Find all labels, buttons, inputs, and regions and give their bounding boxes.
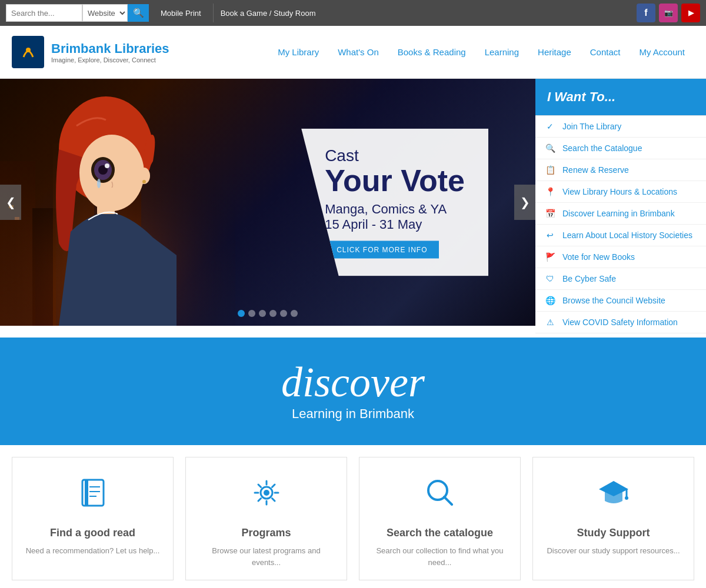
i-want-search-catalogue[interactable]: 🔍 Search the Catalogue <box>535 138 706 159</box>
svg-point-9 <box>97 179 101 188</box>
main-nav: My Library What's On Books & Reading Lea… <box>268 42 694 62</box>
feature-good-read-desc: Need a recommendation? Let us help... <box>24 545 161 557</box>
i-want-vote-label: Vote for New Books <box>562 252 635 262</box>
i-want-library-hours[interactable]: 📍 View Library Hours & Locations <box>535 181 706 203</box>
search-large-svg <box>422 475 458 510</box>
check-icon: ✓ <box>545 122 555 131</box>
slider-dot-2[interactable] <box>248 310 255 317</box>
feature-card-good-read[interactable]: Find a good read Need a recommendation? … <box>12 457 174 580</box>
search-input[interactable] <box>6 4 82 22</box>
slider-dots <box>238 310 298 317</box>
discover-banner: discover Learning in Brimbank <box>0 338 706 445</box>
svg-line-21 <box>444 497 452 505</box>
history-icon: ↩ <box>545 230 555 240</box>
i-want-to-list: ✓ Join The Library 🔍 Search the Catalogu… <box>535 115 706 333</box>
nav-contact[interactable]: Contact <box>581 42 630 62</box>
feature-card-programs[interactable]: Programs Browse our latest programs and … <box>185 457 347 580</box>
search-button[interactable]: 🔍 <box>128 4 149 22</box>
slider-next-button[interactable]: ❯ <box>514 185 535 220</box>
hero-cta-button[interactable]: CLICK FOR MORE INFO <box>325 241 439 259</box>
i-want-to-panel: I Want To... ✓ Join The Library 🔍 Search… <box>535 79 706 326</box>
brimbank-logo-svg <box>16 41 40 64</box>
graduation-svg <box>596 475 631 510</box>
instagram-icon[interactable]: 📷 <box>659 4 678 22</box>
flag-icon: 🚩 <box>545 252 555 262</box>
slider-dot-4[interactable] <box>269 310 277 317</box>
feature-cards: Find a good read Need a recommendation? … <box>0 457 706 588</box>
i-want-covid-label: View COVID Safety Information <box>562 318 678 327</box>
facebook-icon[interactable]: f <box>637 4 655 22</box>
feature-study-desc: Discover our study support resources... <box>545 545 682 557</box>
brand-name-part1: Brimbank <box>51 41 115 56</box>
hero-content-box: Cast Your Vote Manga, Comics & YA 15 Apr… <box>301 129 488 276</box>
search-icon: 🔍 <box>133 8 144 18</box>
i-want-council-website[interactable]: 🌐 Browse the Council Website <box>535 290 706 312</box>
i-want-local-history[interactable]: ↩ Learn About Local History Societies <box>535 225 706 246</box>
i-want-renew-reserve[interactable]: 📋 Renew & Reserve <box>535 159 706 181</box>
nav-my-account[interactable]: My Account <box>630 42 694 62</box>
logo-icon <box>12 36 44 68</box>
feature-study-title: Study Support <box>545 527 682 539</box>
hero-wrapper: Cast Your Vote Manga, Comics & YA 15 Apr… <box>0 79 706 326</box>
manga-character-svg <box>0 79 235 326</box>
brand-tagline: Imagine, Explore, Discover, Connect <box>51 56 169 64</box>
youtube-icon[interactable]: ▶ <box>681 4 700 22</box>
i-want-discover-learning[interactable]: 📅 Discover Learning in Brimbank <box>535 203 706 225</box>
svg-point-24 <box>625 496 628 500</box>
social-icons: f 📷 ▶ <box>637 4 700 22</box>
i-want-cyber-label: Be Cyber Safe <box>562 274 616 283</box>
feature-good-read-title: Find a good read <box>24 527 161 539</box>
manga-character-panel <box>0 79 324 326</box>
slider-prev-button[interactable]: ❮ <box>0 185 21 220</box>
discover-subtitle: Learning in Brimbank <box>12 406 694 422</box>
i-want-to-heading: I Want To... <box>535 79 706 115</box>
book-room-link[interactable]: Book a Game / Study Room <box>213 4 323 22</box>
nav-heritage[interactable]: Heritage <box>528 42 581 62</box>
top-bar: Website 🔍 Mobile Print Book a Game / Stu… <box>0 0 706 26</box>
i-want-council-label: Browse the Council Website <box>562 296 665 305</box>
i-want-discover-label: Discover Learning in Brimbank <box>562 209 675 218</box>
slider-dot-1[interactable] <box>238 310 245 317</box>
i-want-vote-books[interactable]: 🚩 Vote for New Books <box>535 246 706 268</box>
i-want-renew-label: Renew & Reserve <box>562 165 629 175</box>
graduation-cap-icon <box>545 475 682 518</box>
location-icon: 📍 <box>545 187 555 196</box>
hero-subtitle1: Manga, Comics & YA <box>325 202 465 217</box>
i-want-covid-info[interactable]: ⚠ View COVID Safety Information <box>535 312 706 333</box>
i-want-join-library[interactable]: ✓ Join The Library <box>535 116 706 138</box>
logo-area: Brimbank Libraries Imagine, Explore, Dis… <box>12 36 188 68</box>
hero-slider: Cast Your Vote Manga, Comics & YA 15 Apr… <box>0 79 535 326</box>
nav-books-reading[interactable]: Books & Reading <box>388 42 475 62</box>
hero-title-line2: Your Vote <box>325 165 465 196</box>
book-svg <box>75 475 111 510</box>
book-icon <box>24 475 161 518</box>
feature-programs-desc: Browse our latest programs and events... <box>198 545 335 568</box>
slider-dot-3[interactable] <box>259 310 266 317</box>
svg-point-8 <box>105 163 109 168</box>
svg-rect-14 <box>85 480 88 506</box>
globe-icon: 🌐 <box>545 296 555 305</box>
feature-card-study-support[interactable]: Study Support Discover our study support… <box>532 457 694 580</box>
i-want-cyber-safe[interactable]: 🛡 Be Cyber Safe <box>535 268 706 290</box>
brand-name: Brimbank Libraries <box>51 41 169 56</box>
nav-whats-on[interactable]: What's On <box>328 42 388 62</box>
search-scope-select[interactable]: Website <box>82 4 128 22</box>
feature-programs-title: Programs <box>198 527 335 539</box>
nav-learning[interactable]: Learning <box>475 42 528 62</box>
search-large-icon <box>371 475 508 518</box>
warning-icon: ⚠ <box>545 318 555 327</box>
slider-dot-6[interactable] <box>291 310 298 317</box>
mobile-print-link[interactable]: Mobile Print <box>154 4 208 22</box>
svg-point-1 <box>26 48 31 52</box>
logo-text: Brimbank Libraries Imagine, Explore, Dis… <box>51 41 169 64</box>
gear-icon <box>198 475 335 518</box>
slider-dot-5[interactable] <box>280 310 287 317</box>
feature-card-search-catalogue[interactable]: Search the catalogue Search our collecti… <box>359 457 521 580</box>
shield-icon: 🛡 <box>545 274 555 283</box>
brand-name-part2: Libraries <box>115 41 169 56</box>
nav-my-library[interactable]: My Library <box>268 42 328 62</box>
search-form: Website 🔍 <box>6 4 149 22</box>
hero-content: Cast Your Vote Manga, Comics & YA 15 Apr… <box>301 129 488 276</box>
hero-subtitle2: 15 April - 31 May <box>325 217 465 232</box>
discover-script-text: discover <box>12 361 694 403</box>
